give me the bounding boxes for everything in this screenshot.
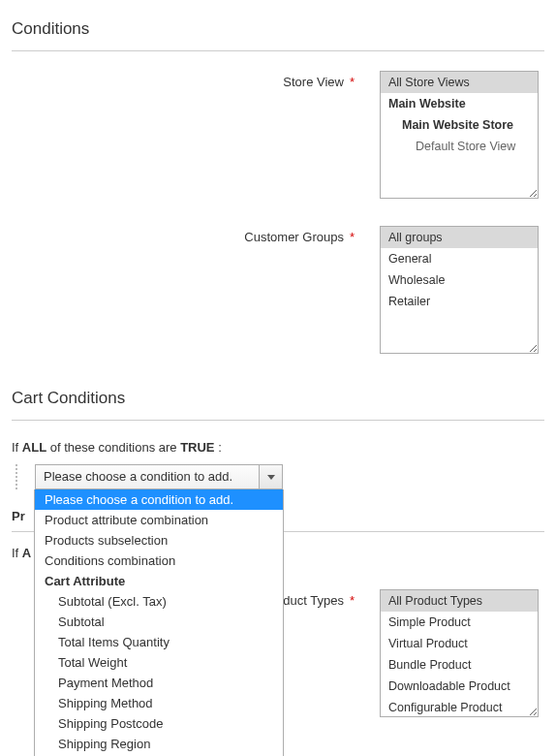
multiselect-option[interactable]: Main Website (381, 93, 538, 114)
if-prefix: If (12, 546, 22, 560)
dropdown-option[interactable]: Total Weight (35, 652, 283, 673)
cond-mid: of these conditions are (46, 440, 180, 455)
store-view-multiselect[interactable]: All Store ViewsMain WebsiteMain Website … (380, 71, 539, 199)
customer-groups-multiselect[interactable]: All groupsGeneralWholesaleRetailer (380, 226, 539, 354)
condition-dropdown[interactable]: Please choose a condition to add.Product… (34, 489, 284, 756)
cond-true-link[interactable]: TRUE (180, 440, 214, 455)
customer-groups-label-text: Customer Groups (244, 230, 344, 244)
condition-select[interactable]: Please choose a condition to add. (35, 464, 283, 489)
dropdown-option[interactable]: Subtotal (35, 612, 283, 632)
condition-select-holder: Please choose a condition to add. Please… (35, 464, 283, 489)
dropdown-option[interactable]: Payment Method (35, 673, 283, 693)
store-view-label: Store View* (12, 71, 380, 89)
store-view-row: Store View* All Store ViewsMain WebsiteM… (12, 71, 544, 199)
required-asterisk: * (350, 593, 355, 608)
multiselect-option[interactable]: General (381, 248, 538, 269)
customer-groups-row: Customer Groups* All groupsGeneralWholes… (12, 226, 544, 354)
required-asterisk: * (350, 230, 355, 244)
dropdown-option[interactable]: Subtotal (Excl. Tax) (35, 591, 283, 612)
multiselect-option[interactable]: Virtual Product (381, 633, 538, 654)
cond-all-link[interactable]: ALL (22, 440, 46, 455)
multiselect-option[interactable]: Retailer (381, 291, 538, 312)
required-asterisk: * (350, 75, 355, 89)
multiselect-option[interactable]: Default Store View (381, 136, 538, 157)
conditions-tree: Please choose a condition to add. Please… (15, 464, 544, 489)
dropdown-option[interactable]: Shipping Method (35, 693, 283, 713)
dropdown-option[interactable]: Product attribute combination (35, 510, 283, 530)
store-view-label-text: Store View (283, 75, 344, 89)
chevron-down-icon (267, 475, 275, 480)
dropdown-option[interactable]: Shipping Region (35, 734, 283, 754)
multiselect-option[interactable]: Configurable Product (381, 697, 538, 717)
condition-select-button[interactable] (259, 465, 282, 488)
dropdown-option[interactable]: Total Items Quantity (35, 632, 283, 652)
multiselect-option[interactable]: Downloadable Product (381, 676, 538, 697)
dropdown-option[interactable]: Products subselection (35, 530, 283, 551)
dropdown-option[interactable]: Cart Attribute (35, 571, 283, 591)
multiselect-option[interactable]: All Store Views (381, 72, 538, 93)
multiselect-option[interactable]: Main Website Store (381, 114, 538, 136)
multiselect-option[interactable]: All Product Types (381, 590, 538, 612)
cond-prefix: If (12, 440, 22, 455)
multiselect-option[interactable]: Simple Product (381, 612, 538, 633)
condition-select-value: Please choose a condition to add. (36, 465, 259, 488)
dropdown-option[interactable]: Please choose a condition to add. (35, 489, 283, 510)
customer-groups-label: Customer Groups* (12, 226, 380, 244)
pr-partial: Pr (12, 509, 25, 523)
dropdown-option[interactable]: Shipping Postcode (35, 713, 283, 734)
cart-conditions-section-title: Cart Conditions (12, 381, 544, 421)
cond-suffix: : (215, 440, 222, 455)
a-partial: A (22, 546, 31, 560)
multiselect-option[interactable]: Wholesale (381, 269, 538, 291)
multiselect-option[interactable]: Bundle Product (381, 654, 538, 676)
conditions-section-title: Conditions (12, 12, 544, 51)
multiselect-option[interactable]: All groups (381, 227, 538, 248)
dropdown-option[interactable]: Conditions combination (35, 551, 283, 571)
conditions-sentence: If ALL of these conditions are TRUE : (12, 440, 544, 455)
product-types-multiselect[interactable]: All Product TypesSimple ProductVirtual P… (380, 589, 539, 717)
